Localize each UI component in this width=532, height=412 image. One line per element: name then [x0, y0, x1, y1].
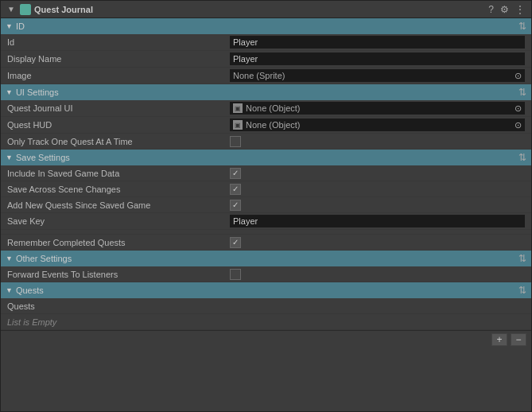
checkbox-forward-events[interactable] [230, 269, 241, 280]
collapse-arrow-icon[interactable]: ▼ [6, 4, 17, 15]
value-add-new-quests [230, 200, 525, 211]
image-object-field[interactable]: None (Sprite) ⊙ [230, 69, 525, 82]
value-save-across-scene [230, 184, 525, 195]
section-ui-cycle-icon[interactable]: ⇅ [518, 87, 526, 98]
quest-journal-ui-text: None (Object) [246, 103, 513, 113]
section-quests-label: Quests [16, 286, 518, 295]
help-icon[interactable]: ? [487, 4, 495, 15]
add-quest-button[interactable]: + [491, 333, 507, 346]
panel-title: Quest Journal [34, 5, 483, 14]
section-quests-cycle-icon[interactable]: ⇅ [518, 285, 526, 296]
value-include-saved [230, 168, 525, 179]
quests-list-header-text: Quests [7, 301, 35, 311]
value-remember-completed [230, 237, 525, 248]
title-actions: ? ⚙ ⋮ [487, 4, 526, 15]
input-save-key[interactable] [230, 215, 525, 227]
image-value-text: None (Sprite) [233, 71, 513, 80]
label-id: Id [7, 37, 230, 47]
title-bar: ▼ Quest Journal ? ⚙ ⋮ [1, 1, 531, 18]
value-quest-hud: ▣ None (Object) ⊙ [230, 119, 525, 131]
section-quests-header[interactable]: ▼ Quests ⇅ [1, 282, 531, 298]
remove-quest-button[interactable]: − [511, 333, 526, 346]
row-image: Image None (Sprite) ⊙ [1, 68, 531, 84]
section-other-cycle-icon[interactable]: ⇅ [518, 253, 526, 264]
quest-hud-pick[interactable]: ⊙ [515, 120, 522, 130]
section-save-cycle-icon[interactable]: ⇅ [518, 152, 526, 163]
input-id[interactable] [230, 36, 525, 49]
section-other-label: Other Settings [16, 254, 518, 263]
image-pick-icon[interactable]: ⊙ [515, 71, 522, 81]
label-quest-hud: Quest HUD [7, 120, 230, 130]
content-area: ▼ ID ⇅ Id Display Name Image None (Sprit… [1, 18, 531, 411]
label-add-new-quests: Add New Quests Since Saved Game [7, 200, 230, 210]
row-display-name: Display Name [1, 51, 531, 68]
component-icon [20, 4, 31, 15]
row-include-saved: Include In Saved Game Data [1, 165, 531, 181]
row-forward-events: Forward Events To Listeners [1, 266, 531, 282]
checkbox-remember-completed[interactable] [230, 237, 241, 248]
value-id [230, 36, 525, 49]
section-ui-arrow: ▼ [6, 88, 13, 96]
quest-journal-ui-pick[interactable]: ⊙ [515, 103, 522, 114]
menu-icon[interactable]: ⋮ [514, 4, 526, 15]
row-quest-journal-ui: Quest Journal UI ▣ None (Object) ⊙ [1, 100, 531, 117]
quests-footer: + − [1, 330, 531, 348]
section-save-header[interactable]: ▼ Save Settings ⇅ [1, 150, 531, 165]
checkbox-only-track[interactable] [230, 136, 241, 147]
quest-journal-panel: ▼ Quest Journal ? ⚙ ⋮ ▼ ID ⇅ Id Display … [0, 0, 532, 412]
quest-hud-field[interactable]: ▣ None (Object) ⊙ [230, 119, 525, 131]
section-ui-header[interactable]: ▼ UI Settings ⇅ [1, 84, 531, 100]
row-quest-hud: Quest HUD ▣ None (Object) ⊙ [1, 117, 531, 134]
section-id-header[interactable]: ▼ ID ⇅ [1, 18, 531, 34]
value-quest-journal-ui: ▣ None (Object) ⊙ [230, 102, 525, 115]
value-only-track [230, 136, 525, 147]
label-display-name: Display Name [7, 54, 230, 64]
section-other-header[interactable]: ▼ Other Settings ⇅ [1, 251, 531, 266]
section-quests-arrow: ▼ [6, 286, 13, 294]
quests-empty-message: List is Empty [1, 314, 531, 330]
row-id: Id [1, 34, 531, 51]
section-id-arrow: ▼ [6, 22, 13, 30]
quest-hud-text: None (Object) [246, 120, 513, 130]
checkbox-add-new-quests[interactable] [230, 200, 241, 211]
quest-hud-obj-icon: ▣ [233, 120, 243, 130]
quest-journal-ui-field[interactable]: ▣ None (Object) ⊙ [230, 102, 525, 115]
input-display-name[interactable] [230, 52, 525, 65]
settings-icon[interactable]: ⚙ [499, 4, 511, 15]
row-only-track: Only Track One Quest At A Time [1, 134, 531, 150]
row-remember-completed: Remember Completed Quests [1, 235, 531, 251]
label-remember-completed: Remember Completed Quests [7, 238, 230, 247]
value-image: None (Sprite) ⊙ [230, 69, 525, 82]
quests-list-header: Quests [1, 298, 531, 314]
section-id-cycle-icon[interactable]: ⇅ [518, 21, 526, 32]
value-forward-events [230, 269, 525, 280]
section-save-label: Save Settings [16, 153, 518, 162]
value-display-name [230, 52, 525, 65]
label-save-across-scene: Save Across Scene Changes [7, 185, 230, 194]
label-quest-journal-ui: Quest Journal UI [7, 103, 230, 113]
value-save-key [230, 215, 525, 227]
section-save-arrow: ▼ [6, 154, 13, 161]
checkbox-save-across-scene[interactable] [230, 184, 241, 195]
section-ui-label: UI Settings [16, 87, 518, 97]
row-add-new-quests: Add New Quests Since Saved Game [1, 197, 531, 213]
label-include-saved: Include In Saved Game Data [7, 169, 230, 178]
section-other-arrow: ▼ [6, 255, 13, 262]
quest-journal-ui-obj-icon: ▣ [233, 103, 243, 113]
quests-empty-text: List is Empty [7, 317, 56, 327]
row-save-across-scene: Save Across Scene Changes [1, 181, 531, 197]
label-forward-events: Forward Events To Listeners [7, 270, 230, 279]
checkbox-include-saved[interactable] [230, 168, 241, 179]
label-save-key: Save Key [7, 216, 230, 226]
section-id-label: ID [16, 21, 518, 31]
row-save-key: Save Key [1, 213, 531, 230]
label-image: Image [7, 71, 230, 80]
label-only-track: Only Track One Quest At A Time [7, 137, 230, 146]
